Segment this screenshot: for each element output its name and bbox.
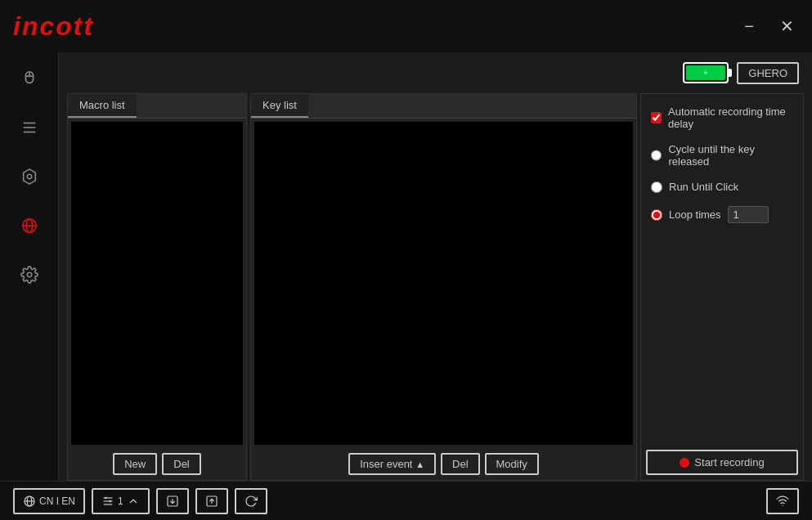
auto-delay-label: Automatic recording time delay	[668, 105, 793, 130]
upload-button[interactable]	[195, 488, 228, 514]
profile-num-label: 1	[118, 495, 123, 507]
sidebar-item-mouse[interactable]	[13, 62, 46, 95]
run-until-click-label: Run Until Click	[669, 181, 738, 193]
bottom-bar: CN I EN 1	[0, 481, 812, 520]
auto-delay-checkbox[interactable]	[651, 112, 662, 123]
main-layout: GHERO Macro list New Del Key list	[0, 52, 812, 481]
upload-icon	[205, 495, 218, 508]
key-panel-footer: Inser event ▲ Del Modify	[251, 448, 636, 480]
battery-bolt-icon	[701, 69, 711, 77]
globe-icon	[23, 495, 36, 508]
close-button[interactable]: ✕	[774, 14, 799, 38]
profile-button[interactable]: GHERO	[737, 62, 799, 84]
download-button[interactable]	[156, 488, 189, 514]
key-list-tab[interactable]: Key list	[251, 94, 308, 118]
key-panel: Key list Inser event ▲ Del Modify	[250, 93, 637, 481]
macro-panel: Macro list New Del	[67, 93, 247, 481]
cycle-label: Cycle until the key released	[668, 143, 793, 168]
insert-event-button[interactable]: Inser event ▲	[348, 453, 436, 475]
key-panel-header: Key list	[251, 94, 636, 119]
sidebar-item-hexgear[interactable]	[13, 160, 46, 193]
cog-icon	[20, 266, 38, 284]
content-top-bar: GHERO	[59, 52, 812, 93]
start-recording-button[interactable]: Start recording	[646, 450, 798, 475]
battery-fill	[686, 65, 725, 80]
macro-panel-footer: New Del	[68, 448, 246, 480]
language-button[interactable]: CN I EN	[13, 488, 85, 514]
refresh-icon	[244, 495, 258, 508]
svg-point-25	[782, 504, 783, 505]
macro-del-button[interactable]: Del	[162, 453, 201, 475]
sidebar	[0, 52, 59, 481]
mouse-icon	[20, 69, 38, 87]
macro-list-body	[71, 122, 243, 445]
wifi-button[interactable]	[766, 488, 799, 514]
key-list-body	[254, 122, 633, 445]
macro-new-button[interactable]: New	[113, 453, 157, 475]
svg-point-20	[109, 500, 111, 502]
svg-marker-12	[704, 69, 707, 76]
battery-indicator	[683, 62, 729, 83]
cycle-radio[interactable]	[651, 150, 662, 161]
title-bar: incott − ✕	[0, 0, 812, 52]
app-logo: incott	[13, 11, 94, 42]
sidebar-item-list[interactable]	[13, 111, 46, 144]
wifi-icon	[776, 495, 789, 508]
run-until-click-radio[interactable]	[651, 182, 662, 193]
key-del-button[interactable]: Del	[441, 453, 480, 475]
download-icon	[166, 495, 179, 508]
run-until-click-option: Run Until Click	[651, 181, 793, 193]
start-recording-label: Start recording	[694, 456, 764, 468]
svg-marker-6	[23, 169, 35, 184]
auto-delay-option: Automatic recording time delay	[651, 105, 793, 130]
minimize-button[interactable]: −	[737, 14, 761, 38]
loop-times-radio[interactable]	[651, 209, 662, 221]
title-buttons: − ✕	[737, 14, 799, 38]
chevron-up-icon: ▲	[415, 459, 424, 469]
language-label: CN I EN	[39, 495, 75, 507]
sidebar-item-grid[interactable]	[13, 209, 46, 242]
svg-point-7	[27, 174, 32, 179]
profile-num-button[interactable]: 1	[92, 488, 150, 514]
recording-dot-icon	[680, 458, 689, 468]
record-options: Automatic recording time delay Cycle unt…	[641, 94, 803, 235]
svg-point-19	[105, 496, 107, 499]
chevron-up-icon	[127, 495, 140, 508]
svg-point-11	[27, 272, 32, 277]
cycle-option: Cycle until the key released	[651, 143, 793, 168]
hex-gear-icon	[20, 168, 38, 186]
loop-times-option: Loop times	[651, 206, 793, 223]
sliders-icon	[101, 495, 114, 508]
loop-times-label: Loop times	[669, 208, 721, 221]
macro-list-tab[interactable]: Macro list	[68, 94, 137, 118]
content-area: GHERO Macro list New Del Key list	[59, 52, 812, 481]
loop-times-input[interactable]	[728, 206, 769, 223]
macro-panel-header: Macro list	[68, 94, 246, 119]
sidebar-item-cog[interactable]	[13, 258, 46, 291]
panels-container: Macro list New Del Key list Inser event …	[59, 93, 812, 481]
refresh-button[interactable]	[235, 488, 267, 514]
record-panel: Automatic recording time delay Cycle unt…	[640, 93, 804, 481]
list-icon	[20, 119, 38, 137]
key-modify-button[interactable]: Modify	[485, 453, 539, 475]
grid-icon	[20, 217, 38, 235]
